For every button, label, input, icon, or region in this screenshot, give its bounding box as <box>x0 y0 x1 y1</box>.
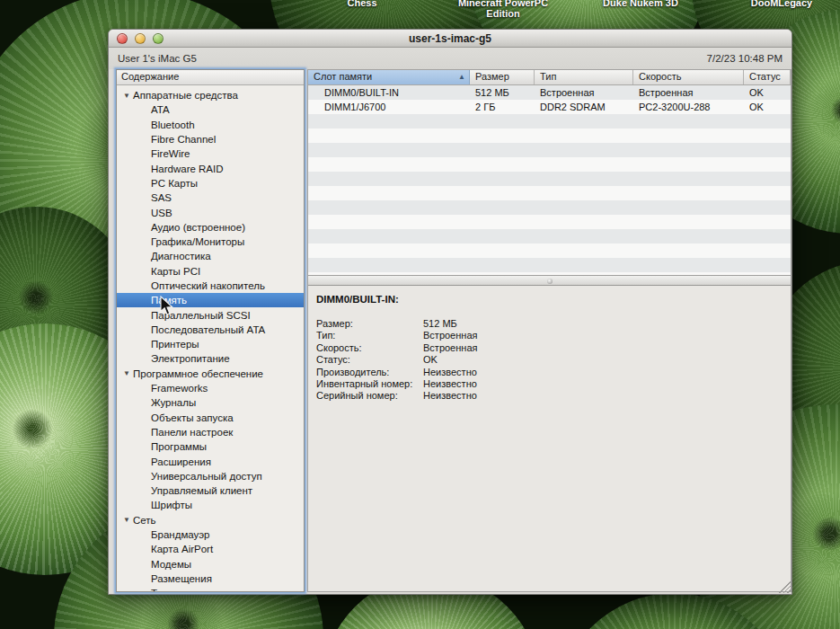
details-title: DIMM0/BUILT-IN: <box>316 294 791 305</box>
sidebar-item[interactable]: Шрифты <box>117 498 304 512</box>
disclosure-triangle-icon[interactable]: ▼ <box>123 516 133 524</box>
details-field-value: 512 МБ <box>423 318 457 330</box>
main-panel: Слот памяти▲РазмерТипСкоростьСтатус DIMM… <box>307 69 791 592</box>
resize-grip-icon[interactable] <box>778 580 791 593</box>
details-field-value: Неизвестно <box>423 390 477 402</box>
table-cell: OK <box>744 87 791 98</box>
details-field: Скорость:Встроенная <box>316 342 791 354</box>
table-column-header[interactable]: Тип <box>535 70 633 84</box>
sidebar-item[interactable]: Карты PCI <box>117 264 304 279</box>
sidebar-item[interactable]: Fibre Channel <box>117 132 304 146</box>
disclosure-triangle-icon[interactable]: ▼ <box>123 369 133 377</box>
sidebar-item[interactable]: Размещения <box>117 571 304 586</box>
table-cell: PC2-3200U-288 <box>633 102 744 112</box>
table-cell: Встроенная <box>535 87 633 98</box>
sidebar-section-header[interactable]: ▼Аппаратные средства <box>117 88 304 102</box>
details-field-label: Серийный номер: <box>316 390 423 402</box>
sidebar-item[interactable]: Расширения <box>117 454 304 468</box>
details-field-label: Производитель: <box>316 367 423 378</box>
table-column-header[interactable]: Статус <box>744 70 791 84</box>
sidebar-item[interactable]: Модемы <box>117 557 304 571</box>
report-datetime: 7/2/23 10:48 PM <box>707 53 783 64</box>
details-field: Статус:OK <box>316 354 791 366</box>
details-field-label: Скорость: <box>316 342 423 354</box>
table-cell: DIMM0/BUILT-IN <box>308 87 470 98</box>
table-row[interactable]: DIMM0/BUILT-IN512 МБВстроеннаяВстроенная… <box>308 85 791 100</box>
sidebar-item[interactable]: FireWire <box>117 146 304 161</box>
sidebar-item[interactable]: Параллельный SCSI <box>117 307 304 322</box>
sidebar-section-header[interactable]: ▼Сеть <box>117 513 304 527</box>
sidebar-item[interactable]: Оптический накопитель <box>117 279 304 293</box>
table-cell: DDR2 SDRAM <box>535 102 633 112</box>
details-fields: Размер:512 МБТип:ВстроеннаяСкорость:Встр… <box>316 318 791 403</box>
details-field-value: OK <box>423 354 438 366</box>
table-column-header[interactable]: Слот памяти▲ <box>308 70 470 84</box>
sidebar-item[interactable]: Тома <box>117 586 304 592</box>
desktop-icon-chess[interactable]: Chess <box>290 0 434 8</box>
sidebar-item[interactable]: Брандмауэр <box>117 527 304 542</box>
sidebar-item[interactable]: Управляемый клиент <box>117 483 304 498</box>
pane-splitter[interactable] <box>308 275 791 286</box>
table-cell: Встроенная <box>633 87 744 98</box>
sidebar-item[interactable]: Графика/Мониторы <box>117 235 304 249</box>
details-field-label: Инвентарный номер: <box>316 378 423 390</box>
details-field-value: Встроенная <box>423 342 477 354</box>
desktop-icon-minecraft[interactable]: Minecraft PowerPC Edition <box>431 0 575 19</box>
contents-list: ▼Аппаратные средстваATABluetoothFibre Ch… <box>117 85 304 592</box>
sidebar-item[interactable]: Универсальный доступ <box>117 469 304 483</box>
sidebar-section-label: Аппаратные средства <box>133 90 238 101</box>
sidebar-item[interactable]: Электропитание <box>117 351 304 366</box>
sidebar-item[interactable]: Карта AirPort <box>117 542 304 556</box>
details-field: Серийный номер:Неизвестно <box>316 390 791 402</box>
table-column-header[interactable]: Скорость <box>633 70 744 84</box>
sidebar-item[interactable]: Bluetooth <box>117 118 304 132</box>
sidebar-item[interactable]: USB <box>117 205 304 219</box>
sidebar-item[interactable]: Frameworks <box>117 381 304 395</box>
desktop-icon-doomlegacy[interactable]: DooMLegacy <box>710 0 840 8</box>
window-titlebar[interactable]: user-1s-imac-g5 <box>109 30 791 48</box>
sidebar-item[interactable]: Журналы <box>117 395 304 410</box>
sidebar-item[interactable]: Объекты запуска <box>117 411 304 425</box>
table-cell: 512 МБ <box>470 87 535 98</box>
sidebar-item[interactable]: Hardware RAID <box>117 161 304 175</box>
details-field-value: Встроенная <box>423 330 477 341</box>
details-field: Тип:Встроенная <box>316 330 791 341</box>
desktop-icon-labels: Chess Minecraft PowerPC Edition Duke Nuk… <box>0 0 840 24</box>
table-column-header[interactable]: Размер <box>470 70 535 84</box>
table-cell: OK <box>744 102 791 112</box>
details-field-label: Размер: <box>316 318 423 330</box>
mouse-cursor-icon <box>158 296 174 317</box>
system-profiler-window: user-1s-imac-g5 User 1's iMac G5 7/2/23 … <box>108 29 792 595</box>
table-body: DIMM0/BUILT-IN512 МБВстроеннаяВстроенная… <box>308 85 791 275</box>
sidebar-item[interactable]: Принтеры <box>117 337 304 351</box>
details-field-label: Статус: <box>316 354 423 366</box>
memory-slot-table: Слот памяти▲РазмерТипСкоростьСтатус DIMM… <box>308 70 791 275</box>
sidebar-item[interactable]: Диагностика <box>117 249 304 263</box>
sidebar-item[interactable]: Панели настроек <box>117 425 304 439</box>
sidebar-item[interactable]: Аудио (встроенное) <box>117 220 304 235</box>
desktop-icon-duke-nukem[interactable]: Duke Nukem 3D <box>569 0 712 8</box>
table-row[interactable]: DIMM1/J67002 ГБDDR2 SDRAMPC2-3200U-288OK <box>308 100 791 114</box>
details-field-value: Неизвестно <box>423 367 477 378</box>
details-panel: DIMM0/BUILT-IN: Размер:512 МБТип:Встроен… <box>308 286 791 591</box>
details-field: Размер:512 МБ <box>316 318 791 330</box>
details-field: Производитель:Неизвестно <box>316 367 791 378</box>
sidebar-item[interactable]: Программы <box>117 439 304 454</box>
table-header-row: Слот памяти▲РазмерТипСкоростьСтатус <box>308 70 791 85</box>
details-field: Инвентарный номер:Неизвестно <box>316 378 791 390</box>
disclosure-triangle-icon[interactable]: ▼ <box>123 92 133 100</box>
sidebar-item[interactable]: ATA <box>117 102 304 117</box>
window-title: user-1s-imac-g5 <box>109 32 791 45</box>
report-header: User 1's iMac G5 7/2/23 10:48 PM <box>109 48 791 69</box>
details-field-value: Неизвестно <box>423 378 477 390</box>
table-cell: 2 ГБ <box>470 102 535 112</box>
sidebar-item[interactable]: SAS <box>117 190 304 205</box>
table-cell: DIMM1/J6700 <box>308 102 470 112</box>
sidebar-column-header[interactable]: Содержание <box>117 70 304 85</box>
sidebar-item[interactable]: PC Карты <box>117 176 304 190</box>
details-field-label: Тип: <box>316 330 423 341</box>
sidebar-item[interactable]: Память <box>117 293 304 307</box>
sidebar-item[interactable]: Последовательный ATA <box>117 323 304 337</box>
splitter-dimple-icon <box>547 279 553 284</box>
sidebar-section-header[interactable]: ▼Программное обеспечение <box>117 367 304 381</box>
